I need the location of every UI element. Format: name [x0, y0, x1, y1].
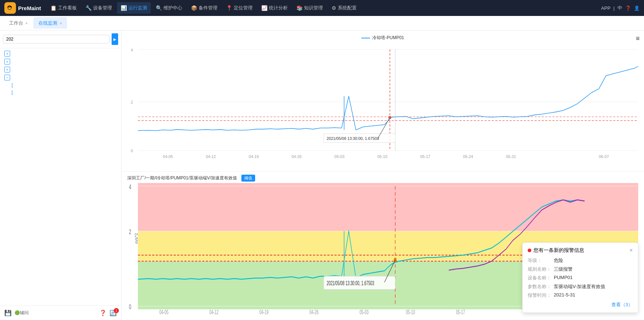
nav-maintenance[interactable]: 🔍 维护中心: [152, 2, 186, 14]
alert-param-row: 参数名称： 泵驱动端V-加速度有效值: [528, 283, 633, 290]
nav-knowledge-label: 知识管理: [304, 5, 323, 11]
help-icon[interactable]: ❓: [625, 5, 631, 11]
bottom-chart: 深圳工厂/一期/l冷却塔/PUMP01/泵驱动端V/加速度有效值 阈值 m/s^…: [121, 172, 644, 320]
svg-text:05-03: 05-03: [335, 154, 345, 159]
svg-text:0: 0: [131, 149, 133, 153]
chart-menu-btn[interactable]: ≡: [636, 35, 640, 42]
tree-node-1[interactable]: +: [0, 50, 121, 58]
alert-popup: 您有一条新的报警信息 × 等级： 危险 规则名称： 三级报警 设备名称： PUM…: [522, 242, 638, 313]
svg-text:05-17: 05-17: [456, 309, 465, 315]
alert-title: 您有一条新的报警信息: [533, 247, 627, 254]
nav-monitor[interactable]: 📊 运行监测: [117, 2, 151, 14]
svg-text:04-12: 04-12: [206, 154, 216, 159]
svg-text:2: 2: [129, 228, 131, 236]
alert-param-key: 参数名称：: [528, 283, 554, 290]
nav-parts[interactable]: 📦 备件管理: [187, 2, 221, 14]
svg-rect-27: [138, 183, 638, 231]
svg-point-23: [389, 116, 391, 119]
tree-toggle-2[interactable]: +: [4, 59, 10, 65]
nav-parts-label: 备件管理: [199, 5, 217, 11]
tab-workbench-label: 工作台: [9, 20, 23, 26]
tab-online-monitor-close[interactable]: ×: [59, 21, 62, 25]
svg-text:2021/05/08 13:30:00, 1.67503: 2021/05/08 13:30:00, 1.67503: [327, 280, 374, 286]
save-icon[interactable]: 💾: [4, 309, 12, 316]
alert-device-row: 设备名称： PUMP01: [528, 275, 633, 281]
nav-sysconfig[interactable]: ⚙ 系统配置: [328, 2, 360, 14]
svg-text:04-05: 04-05: [159, 309, 169, 315]
nav-equipment[interactable]: 🔧 设备管理: [82, 2, 116, 14]
sidebar-tree: + + + − [ [: [0, 48, 121, 306]
top-chart: 冷却塔-PUMP01 ≡ 4 2 0 04-05 04-12 04-19: [121, 30, 644, 172]
tree-toggle-1[interactable]: +: [4, 51, 10, 57]
tree-toggle-4[interactable]: −: [4, 75, 10, 80]
lang-zh[interactable]: 中: [618, 5, 622, 11]
sidebar-footer: 💾 🟢辅问 ❓ 🔄 1: [0, 306, 121, 320]
topnav-right: APP | 中 ❓ 👤: [601, 5, 640, 11]
logo-icon: ⛑: [4, 2, 16, 14]
app-link[interactable]: APP: [601, 5, 611, 11]
chart-legend: 冷却塔-PUMP01: [127, 35, 638, 41]
svg-text:4: 4: [131, 47, 133, 52]
parts-icon: 📦: [191, 5, 197, 11]
svg-text:05-03: 05-03: [360, 309, 369, 315]
alert-view-link[interactable]: 查看（3）: [611, 302, 633, 307]
nav-stats[interactable]: 📈 统计分析: [258, 2, 291, 14]
alert-device-key: 设备名称：: [528, 275, 554, 281]
sysconfig-icon: ⚙: [332, 5, 336, 11]
threshold-button[interactable]: 阈值: [241, 175, 255, 182]
tab-workbench-close[interactable]: ×: [25, 21, 28, 25]
tab-workbench[interactable]: 工作台 ×: [4, 17, 32, 29]
tree-node-6[interactable]: [: [0, 89, 121, 96]
tab-bar: 工作台 × 在线监测 ×: [0, 16, 644, 30]
alert-rule-val: 三级报警: [554, 266, 573, 273]
tree-node-2[interactable]: +: [0, 58, 121, 66]
top-navigation: ⛑ PreMaint 📋 工作看板 🔧 设备管理 📊 运行监测 🔍 维护中心 📦…: [0, 0, 644, 16]
tree-toggle-3[interactable]: +: [4, 67, 10, 72]
svg-text:06-07: 06-07: [599, 154, 609, 159]
alert-param-val: 泵驱动端V-加速度有效值: [554, 283, 605, 290]
sidebar-collapse-btn[interactable]: ▶: [112, 33, 118, 45]
alert-header: 您有一条新的报警信息 ×: [528, 247, 633, 254]
tree-node-4[interactable]: −: [0, 74, 121, 82]
alert-device-val: PUMP01: [554, 275, 573, 281]
tree-bracket-1: [: [12, 83, 13, 88]
bottom-chart-path-label: 深圳工厂/一期/l冷却塔/PUMP01/泵驱动端V/加速度有效值 阈值: [127, 175, 638, 182]
refresh-badge[interactable]: 🔄 1: [109, 309, 117, 316]
nav-location[interactable]: 📍 定位管理: [223, 2, 256, 14]
alert-level-row: 等级： 危险: [528, 257, 633, 264]
svg-text:04-05: 04-05: [163, 154, 173, 159]
lang-switch[interactable]: |: [614, 5, 615, 11]
alert-time-row: 报警时间： 2021-5-31: [528, 292, 633, 299]
sidebar-search-input[interactable]: [3, 35, 109, 43]
svg-text:05-17: 05-17: [420, 154, 431, 159]
alert-rule-key: 规则名称：: [528, 266, 554, 273]
tab-online-monitor[interactable]: 在线监测 ×: [34, 17, 66, 29]
path-label-text: 深圳工厂/一期/l冷却塔/PUMP01/泵驱动端V/加速度有效值: [127, 175, 237, 180]
svg-text:04-26: 04-26: [309, 309, 319, 315]
nav-maintenance-label: 维护中心: [163, 5, 182, 11]
alert-footer: 查看（3）: [528, 302, 633, 308]
alert-level-key: 等级：: [528, 257, 554, 264]
tree-node-3[interactable]: +: [0, 66, 121, 74]
tree-bracket-2: [: [12, 90, 13, 95]
consult-icon[interactable]: 🟢辅问: [14, 310, 29, 316]
nav-workbench[interactable]: 📋 工作看板: [47, 2, 80, 14]
alert-close-btn[interactable]: ×: [630, 247, 633, 254]
stats-icon: 📈: [261, 5, 267, 11]
nav-stats-label: 统计分析: [269, 5, 288, 11]
nav-location-label: 定位管理: [234, 5, 253, 11]
svg-text:04-26: 04-26: [292, 154, 302, 159]
svg-text:05-10: 05-10: [377, 154, 387, 159]
nav-knowledge[interactable]: 📚 知识管理: [293, 2, 327, 14]
chart-area: 冷却塔-PUMP01 ≡ 4 2 0 04-05 04-12 04-19: [121, 30, 644, 320]
equipment-icon: 🔧: [86, 5, 92, 11]
location-icon: 📍: [226, 5, 232, 11]
tree-node-5[interactable]: [: [0, 82, 121, 89]
sidebar-header: ▶: [0, 30, 121, 48]
help-footer-icon[interactable]: ❓: [99, 309, 107, 316]
user-avatar[interactable]: 👤: [634, 5, 640, 11]
logo: ⛑ PreMaint: [4, 2, 41, 14]
svg-text:2: 2: [131, 100, 133, 104]
logo-text: PreMaint: [18, 5, 41, 11]
maintenance-icon: 🔍: [156, 5, 162, 11]
